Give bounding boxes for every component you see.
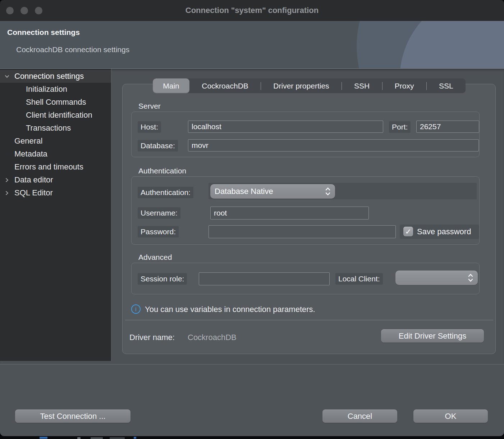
sidebar-item-metadata[interactable]: Metadata: [0, 148, 111, 160]
port-label: Port:: [389, 121, 411, 133]
desktop-artifact: [77, 437, 81, 439]
port-input[interactable]: [416, 121, 479, 133]
cancel-button[interactable]: Cancel: [322, 409, 397, 423]
sidebar-item-label: Data editor: [14, 173, 53, 186]
username-label: Username:: [138, 207, 180, 219]
dialog-footer: Test Connection ... Cancel OK: [0, 365, 504, 436]
database-input[interactable]: [188, 139, 479, 151]
host-label: Host:: [138, 121, 161, 133]
settings-tree: Connection settings Initialization Shell…: [0, 69, 111, 361]
page-title: Connection settings: [7, 28, 80, 37]
chevron-right-icon: [4, 177, 10, 183]
sidebar-item-general[interactable]: General: [0, 135, 111, 148]
chevron-down-icon: [4, 74, 10, 79]
tab-driver-properties[interactable]: Driver properties: [261, 78, 342, 93]
local-client-label: Local Client:: [335, 273, 383, 285]
sidebar-item-label: General: [14, 135, 42, 148]
authentication-dropdown-value: Database Native: [215, 187, 325, 196]
username-input[interactable]: [210, 207, 369, 220]
dialog-header: Connection settings CockroachDB connecti…: [0, 21, 504, 69]
desktop-background: [0, 436, 504, 439]
info-icon: i: [131, 304, 141, 314]
session-role-label: Session role:: [138, 273, 187, 285]
window-title: Connection "system" configuration: [0, 0, 504, 21]
authentication-section-label: Authentication: [138, 167, 186, 175]
sidebar-item-label: Transactions: [26, 122, 71, 135]
sidebar-item-label: Metadata: [14, 148, 47, 160]
sidebar-item-label: Errors and timeouts: [14, 160, 83, 173]
password-input[interactable]: [209, 225, 396, 238]
sidebar-item-initialization[interactable]: Initialization: [0, 83, 111, 96]
host-input[interactable]: [188, 121, 383, 133]
test-connection-button[interactable]: Test Connection ...: [15, 409, 130, 423]
screen: Connection "system" configuration Connec…: [0, 0, 504, 439]
page-subtitle: CockroachDB connection settings: [16, 45, 129, 54]
tab-ssl[interactable]: SSL: [427, 78, 466, 93]
password-label: Password:: [138, 226, 179, 237]
dialog-content: Connection settings Initialization Shell…: [0, 69, 504, 364]
sidebar-item-label: Shell Commands: [26, 96, 86, 109]
save-password-label: Save password: [417, 225, 471, 239]
tab-main[interactable]: Main: [153, 78, 189, 93]
sidebar-item-data-editor[interactable]: Data editor: [0, 173, 111, 186]
database-label: Database:: [138, 140, 178, 151]
desktop-artifact: [40, 437, 47, 439]
stepper-icon: [325, 187, 331, 196]
sidebar-item-shell-commands[interactable]: Shell Commands: [0, 96, 111, 109]
divider: [125, 320, 493, 320]
driver-name-label: Driver name:: [129, 333, 175, 342]
sidebar-item-connection-settings[interactable]: Connection settings: [0, 70, 111, 83]
header-decoration-arc: [400, 21, 504, 69]
title-bar: Connection "system" configuration: [0, 0, 504, 21]
local-client-dropdown[interactable]: [395, 271, 478, 285]
connection-config-dialog: Connection "system" configuration Connec…: [0, 0, 504, 436]
advanced-section-label: Advanced: [138, 253, 172, 262]
authentication-dropdown[interactable]: Database Native: [210, 184, 335, 199]
driver-name-value: CockroachDB: [188, 333, 237, 342]
tab-proxy[interactable]: Proxy: [382, 78, 426, 93]
sidebar-item-sql-editor[interactable]: SQL Editor: [0, 186, 111, 199]
sidebar-item-label: SQL Editor: [14, 186, 53, 199]
desktop-artifact: [91, 437, 103, 439]
tab-bar: Main CockroachDB Driver properties SSH P…: [153, 78, 466, 93]
tab-cockroachdb[interactable]: CockroachDB: [189, 78, 261, 93]
info-text: You can use variables in connection para…: [145, 305, 315, 314]
sidebar-item-transactions[interactable]: Transactions: [0, 122, 111, 135]
desktop-artifact: [134, 437, 136, 439]
sidebar-item-errors-and-timeouts[interactable]: Errors and timeouts: [0, 160, 111, 173]
sidebar-item-label: Client identification: [26, 109, 92, 122]
chevron-right-icon: [4, 190, 10, 196]
edit-driver-settings-button[interactable]: Edit Driver Settings: [381, 329, 484, 343]
session-role-input[interactable]: [199, 272, 330, 285]
save-password-checkbox[interactable]: ✓: [403, 227, 413, 236]
sidebar-item-label: Initialization: [26, 83, 67, 96]
sidebar-item-client-identification[interactable]: Client identification: [0, 109, 111, 122]
tab-ssh[interactable]: SSH: [342, 78, 382, 93]
ok-button[interactable]: OK: [413, 409, 488, 423]
stepper-icon: [468, 273, 473, 282]
sidebar-item-label: Connection settings: [14, 70, 84, 83]
server-section-label: Server: [138, 102, 161, 110]
authentication-label: Authentication:: [138, 187, 193, 198]
desktop-artifact: [110, 437, 125, 439]
